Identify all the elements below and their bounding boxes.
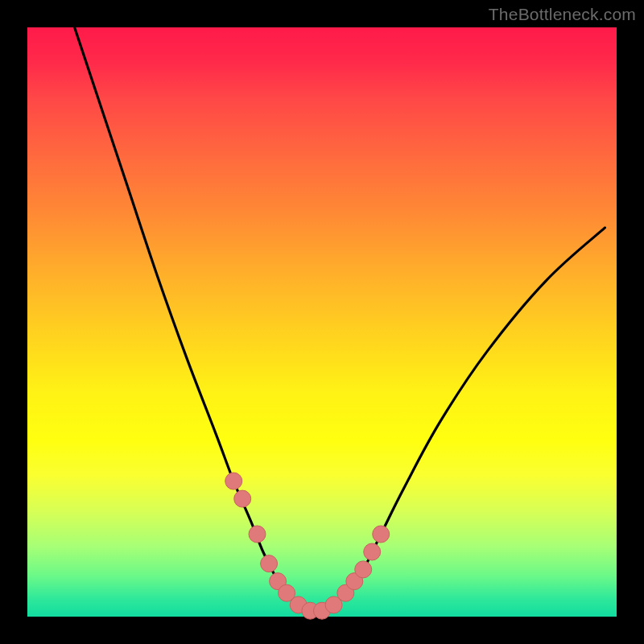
marker-point — [373, 526, 390, 543]
plot-area — [27, 27, 617, 617]
marker-point — [355, 561, 372, 578]
bottleneck-curve — [75, 27, 605, 612]
marker-point — [249, 526, 266, 543]
marker-point — [261, 555, 278, 572]
chart-svg — [27, 27, 617, 617]
chart-frame: TheBottleneck.com — [0, 0, 644, 644]
marker-point — [234, 490, 251, 507]
marker-group — [225, 473, 390, 619]
marker-point — [225, 473, 242, 489]
marker-point — [364, 543, 381, 560]
watermark-label: TheBottleneck.com — [489, 5, 636, 24]
